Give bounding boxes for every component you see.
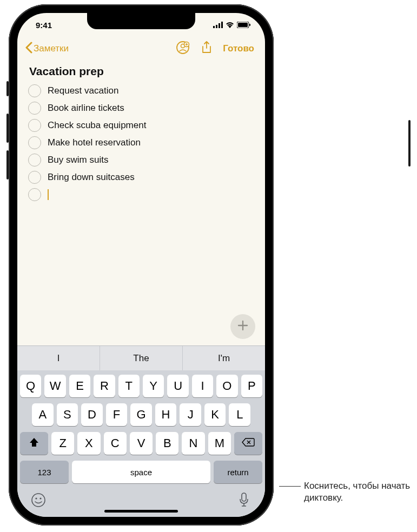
share-button[interactable] — [196, 38, 217, 59]
key-w[interactable]: W — [44, 375, 65, 397]
microphone-icon — [239, 493, 249, 510]
home-indicator[interactable] — [104, 510, 178, 513]
checklist-text[interactable]: Buy swim suits — [48, 155, 108, 165]
svg-point-10 — [32, 494, 45, 507]
checkbox-icon[interactable] — [28, 154, 41, 167]
key-d[interactable]: D — [81, 403, 103, 426]
checkbox-icon[interactable] — [28, 84, 41, 97]
svg-rect-1 — [216, 25, 217, 28]
share-icon — [201, 41, 213, 57]
key-x[interactable]: X — [77, 432, 100, 455]
text-cursor — [48, 189, 49, 200]
shift-icon — [29, 436, 39, 450]
svg-rect-6 — [249, 24, 250, 26]
suggestion[interactable]: I — [17, 346, 100, 370]
key-t[interactable]: T — [118, 375, 140, 397]
checklist-text[interactable]: Request vacation — [48, 85, 118, 96]
callout-line — [279, 486, 301, 487]
key-y[interactable]: Y — [143, 375, 164, 397]
emoji-icon — [31, 493, 46, 510]
plus-icon — [237, 320, 249, 334]
suggestion-bar: I The I'm — [17, 345, 265, 370]
emoji-button[interactable] — [30, 493, 47, 509]
suggestion[interactable]: The — [100, 346, 183, 370]
keyboard-row: Q W E R T Y U I O P — [20, 375, 262, 397]
key-m[interactable]: M — [208, 432, 231, 455]
notch — [87, 13, 195, 29]
key-o[interactable]: O — [216, 375, 237, 397]
note-title[interactable]: Vacation prep — [28, 65, 254, 78]
svg-rect-0 — [213, 26, 215, 28]
checkbox-icon[interactable] — [28, 188, 41, 201]
keyboard: I The I'm Q W E R T Y U I O P A — [17, 345, 265, 517]
key-q[interactable]: Q — [20, 375, 41, 397]
note-body[interactable]: Vacation prep Request vacation Book airl… — [17, 61, 265, 345]
key-g[interactable]: G — [130, 403, 152, 426]
keyboard-row: A S D F G H J K L — [20, 403, 262, 426]
collaborate-button[interactable] — [172, 38, 194, 59]
delete-key[interactable] — [234, 432, 262, 455]
checklist-item[interactable]: Bring down suitcases — [28, 169, 254, 186]
key-p[interactable]: P — [241, 375, 262, 397]
space-key[interactable]: space — [72, 461, 210, 483]
key-r[interactable]: R — [94, 375, 115, 397]
checkbox-icon[interactable] — [28, 119, 41, 132]
phone-frame: 9:41 Заметки — [9, 4, 274, 526]
navigation-bar: Заметки Готово — [17, 37, 265, 61]
chevron-left-icon — [25, 42, 32, 56]
back-button[interactable]: Заметки — [25, 42, 69, 56]
key-u[interactable]: U — [167, 375, 188, 397]
key-l[interactable]: L — [229, 403, 250, 426]
dictation-button[interactable] — [236, 493, 252, 509]
keyboard-row: Z X C V B N M — [20, 432, 262, 455]
checklist-item[interactable]: Check scuba equipment — [28, 117, 254, 134]
checklist-item[interactable]: Book airline tickets — [28, 99, 254, 117]
checklist-text[interactable]: Check scuba equipment — [48, 120, 146, 131]
checklist-item[interactable]: Buy swim suits — [28, 151, 254, 169]
add-button[interactable] — [230, 314, 255, 339]
callout-text: Коснитесь, чтобы начать диктовку. — [304, 480, 412, 504]
phone-side-button — [408, 120, 411, 167]
checklist-text[interactable]: Book airline tickets — [48, 103, 124, 114]
delete-icon — [242, 436, 255, 450]
checklist-text[interactable]: Bring down suitcases — [48, 172, 135, 183]
checklist-text[interactable]: Make hotel reservation — [48, 137, 141, 148]
key-i[interactable]: I — [192, 375, 213, 397]
cellular-icon — [213, 21, 223, 30]
key-b[interactable]: B — [156, 432, 178, 455]
back-label: Заметки — [34, 43, 69, 54]
key-s[interactable]: S — [57, 403, 78, 426]
checklist-item[interactable]: Make hotel reservation — [28, 134, 254, 151]
person-add-icon — [176, 41, 190, 57]
shift-key[interactable] — [20, 432, 48, 455]
done-button[interactable]: Готово — [220, 43, 257, 54]
checklist-item[interactable]: Request vacation — [28, 82, 254, 99]
key-j[interactable]: J — [180, 403, 201, 426]
key-c[interactable]: C — [104, 432, 127, 455]
key-e[interactable]: E — [69, 375, 90, 397]
key-n[interactable]: N — [182, 432, 204, 455]
suggestion[interactable]: I'm — [183, 346, 265, 370]
key-v[interactable]: V — [130, 432, 153, 455]
numbers-key[interactable]: 123 — [20, 461, 69, 483]
svg-point-12 — [39, 497, 41, 499]
key-z[interactable]: Z — [51, 432, 74, 455]
svg-rect-2 — [219, 23, 220, 28]
status-time: 9:41 — [36, 21, 52, 30]
svg-point-11 — [35, 497, 37, 499]
key-h[interactable]: H — [155, 403, 177, 426]
wifi-icon — [226, 21, 234, 30]
key-f[interactable]: F — [106, 403, 128, 426]
keyboard-bottom-row — [17, 486, 265, 513]
checkbox-icon[interactable] — [28, 102, 41, 115]
checkbox-icon[interactable] — [28, 171, 41, 184]
svg-rect-5 — [238, 23, 248, 27]
battery-icon — [237, 21, 251, 30]
return-key[interactable]: return — [214, 461, 262, 483]
svg-rect-3 — [221, 22, 223, 28]
key-k[interactable]: K — [204, 403, 226, 426]
key-a[interactable]: A — [32, 403, 54, 426]
checkbox-icon[interactable] — [28, 136, 41, 149]
keyboard-row: 123 space return — [20, 461, 262, 483]
checklist-item-empty[interactable] — [28, 186, 254, 203]
